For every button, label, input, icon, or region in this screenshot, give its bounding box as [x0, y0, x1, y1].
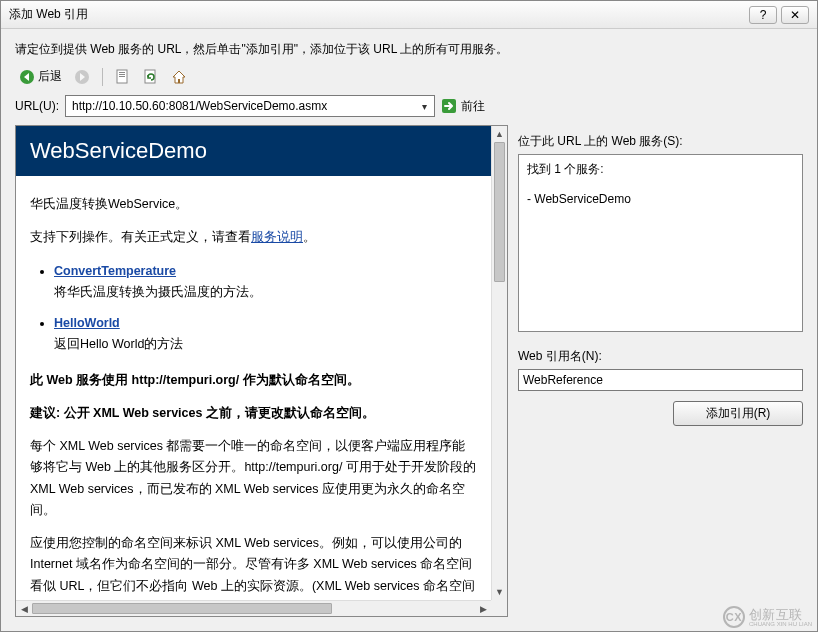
vertical-scrollbar[interactable]: ▲ ▼ [491, 126, 507, 600]
namespace-line: 此 Web 服务使用 http://tempuri.org/ 作为默认命名空间。 [30, 370, 477, 391]
add-reference-button[interactable]: 添加引用(R) [673, 401, 803, 426]
stop-icon [115, 69, 131, 85]
url-input[interactable] [70, 98, 416, 114]
scroll-right-icon[interactable]: ▶ [475, 601, 491, 616]
chevron-down-icon: ▾ [422, 101, 427, 112]
service-description: 华氏温度转换WebService。 [30, 194, 477, 215]
scroll-left-icon[interactable]: ◀ [16, 601, 32, 616]
services-list[interactable]: 找到 1 个服务: - WebServiceDemo [518, 154, 803, 332]
nav-toolbar: 后退 [1, 60, 817, 89]
service-list-item[interactable]: - WebServiceDemo [527, 192, 794, 206]
instruction-text: 请定位到提供 Web 服务的 URL，然后单击"添加引用"，添加位于该 URL … [1, 29, 817, 60]
scroll-corner [491, 600, 507, 616]
list-item: ConvertTemperature 将华氏温度转换为摄氏温度的方法。 [54, 261, 477, 304]
url-combobox[interactable]: ▾ [65, 95, 435, 117]
scroll-down-icon[interactable]: ▼ [492, 584, 507, 600]
watermark-sub: CHUANG XIN HU LIAN [749, 621, 812, 627]
service-description-link[interactable]: 服务说明 [251, 230, 303, 244]
scroll-thumb[interactable] [32, 603, 332, 614]
back-icon [19, 69, 35, 85]
list-item: HelloWorld 返回Hello World的方法 [54, 313, 477, 356]
services-at-url-label: 位于此 URL 上的 Web 服务(S): [518, 133, 803, 150]
refresh-button[interactable] [139, 67, 163, 87]
service-preview-content: WebServiceDemo 华氏温度转换WebService。 支持下列操作。… [16, 126, 491, 600]
services-found-text: 找到 1 个服务: [527, 161, 794, 178]
operation-desc: 将华氏温度转换为摄氏温度的方法。 [54, 285, 262, 299]
watermark: CX 创新互联 CHUANG XIN HU LIAN [723, 606, 812, 628]
recommendation-line: 建议: 公开 XML Web services 之前，请更改默认命名空间。 [30, 403, 477, 424]
add-web-reference-dialog: 添加 Web 引用 ? ✕ 请定位到提供 Web 服务的 URL，然后单击"添加… [0, 0, 818, 632]
horizontal-scrollbar[interactable]: ◀ ▶ [16, 600, 491, 616]
scroll-up-icon[interactable]: ▲ [492, 126, 507, 142]
svg-rect-4 [119, 74, 125, 75]
namespace-para-1: 每个 XML Web services 都需要一个唯一的命名空间，以便客户端应用… [30, 436, 477, 521]
service-supports-line: 支持下列操作。有关正式定义，请查看服务说明。 [30, 227, 477, 248]
web-reference-name-label: Web 引用名(N): [518, 348, 803, 365]
operation-link[interactable]: ConvertTemperature [54, 264, 176, 278]
right-panel: 位于此 URL 上的 Web 服务(S): 找到 1 个服务: - WebSer… [518, 125, 803, 617]
operation-desc: 返回Hello World的方法 [54, 337, 183, 351]
back-label: 后退 [38, 68, 62, 85]
operation-list: ConvertTemperature 将华氏温度转换为摄氏温度的方法。 Hell… [30, 261, 477, 356]
stop-button[interactable] [111, 67, 135, 87]
url-row: URL(U): ▾ 前往 [1, 89, 817, 125]
service-title: WebServiceDemo [16, 126, 491, 176]
home-icon [171, 69, 187, 85]
watermark-text: 创新互联 [749, 608, 812, 621]
close-button[interactable]: ✕ [781, 6, 809, 24]
service-preview-panel: WebServiceDemo 华氏温度转换WebService。 支持下列操作。… [15, 125, 508, 617]
go-button[interactable]: 前往 [441, 98, 485, 115]
close-icon: ✕ [790, 8, 800, 22]
forward-button[interactable] [70, 67, 94, 87]
back-button[interactable]: 后退 [15, 66, 66, 87]
toolbar-separator [102, 68, 103, 86]
help-icon: ? [760, 8, 767, 22]
namespace-para-2: 应使用您控制的命名空间来标识 XML Web services。例如，可以使用公… [30, 533, 477, 600]
svg-rect-7 [178, 79, 180, 83]
go-label: 前往 [461, 98, 485, 115]
web-reference-name-input[interactable] [518, 369, 803, 391]
forward-icon [74, 69, 90, 85]
titlebar: 添加 Web 引用 ? ✕ [1, 1, 817, 29]
url-label: URL(U): [15, 99, 59, 113]
scroll-thumb[interactable] [494, 142, 505, 282]
watermark-icon: CX [723, 606, 745, 628]
go-icon [441, 98, 457, 114]
help-button[interactable]: ? [749, 6, 777, 24]
dialog-title: 添加 Web 引用 [9, 6, 745, 23]
content-area: WebServiceDemo 华氏温度转换WebService。 支持下列操作。… [1, 125, 817, 631]
svg-rect-5 [119, 76, 125, 77]
svg-rect-3 [119, 72, 125, 73]
home-button[interactable] [167, 67, 191, 87]
operation-link[interactable]: HelloWorld [54, 316, 120, 330]
refresh-icon [143, 69, 159, 85]
url-dropdown-button[interactable]: ▾ [416, 97, 432, 115]
